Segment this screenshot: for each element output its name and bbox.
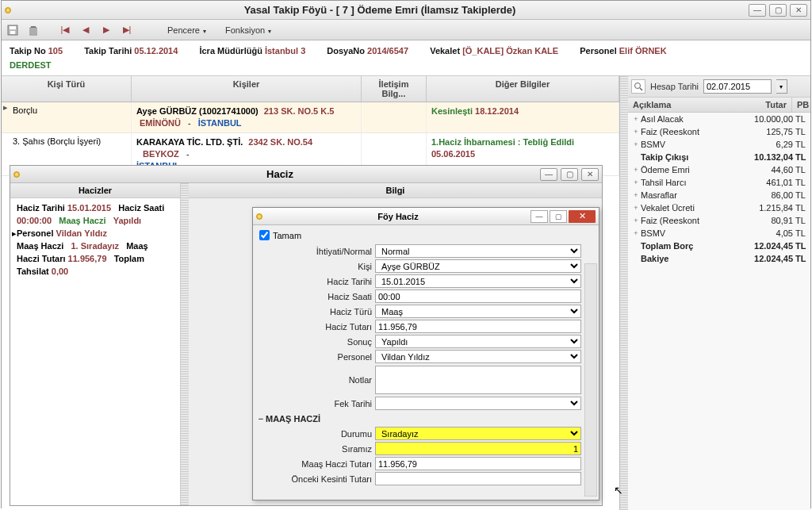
main-window: Yasal Takip Föyü - [ 7 ] Ödeme Emri (İla…: [1, 0, 811, 508]
summary-row[interactable]: +BSMV6,29TL: [628, 138, 810, 151]
expand-icon[interactable]: +: [631, 178, 641, 186]
summary-amount: 80,91: [736, 216, 793, 225]
last-icon[interactable]: ▶|: [119, 22, 135, 38]
lbl-sonuc: Sonuç: [256, 337, 375, 347]
person-tur: Borçlu: [2, 102, 132, 132]
summary-name: BSMV: [641, 228, 736, 238]
menu-fonksiyon[interactable]: Fonksiyon▾: [218, 23, 278, 37]
field-okt[interactable]: [375, 472, 581, 485]
main-area: Kişi Türü Kişiler İletişim Bilg... Diğer…: [2, 76, 810, 510]
summary-row[interactable]: +Asıl Alacak10.000,00TL: [628, 113, 810, 125]
summary-amount: 86,00: [736, 190, 793, 200]
vekalet-value: [Ö_KALE] Özkan KALE: [462, 46, 558, 56]
section-maas-haczi[interactable]: −MAAŞ HACZİ: [256, 411, 581, 426]
summary-amount: 1.215,84: [736, 203, 793, 213]
summary-row[interactable]: Toplam Borç12.024,45TL: [628, 240, 810, 252]
expand-icon[interactable]: +: [631, 191, 641, 199]
right-panel: Hesap Tarihi ▾ Açıklama Tutar PB +Asıl A…: [628, 76, 810, 510]
bilgi-header[interactable]: Bilgi: [189, 183, 602, 198]
menu-fonksiyon-label: Fonksiyon: [225, 25, 265, 35]
durum-value: DERDEST: [10, 60, 52, 70]
field-ihtiyati[interactable]: Normal: [375, 244, 581, 258]
sum-col-aciklama[interactable]: Açıklama: [628, 98, 734, 112]
col-ile[interactable]: İletişim Bilg...: [362, 76, 427, 102]
dialog-close-button[interactable]: ✕: [569, 210, 596, 223]
haciz-title: Haciz: [23, 168, 537, 180]
field-sonuc[interactable]: Yapıldı: [375, 335, 581, 348]
person-row[interactable]: Borçlu Ayşe GÜRBÜZ (10021741000) 213 SK.…: [2, 102, 619, 133]
summary-row[interactable]: +Masraflar86,00TL: [628, 189, 810, 201]
haciz-close-button[interactable]: ✕: [581, 168, 599, 181]
main-splitter[interactable]: [620, 76, 628, 510]
field-fek[interactable]: [375, 397, 581, 410]
haciz-columns: Hacizler Haciz Tarihi 15.01.2015 Haciz S…: [10, 183, 602, 505]
expand-icon[interactable]: +: [631, 204, 641, 212]
person-kisi: Ayşe GÜRBÜZ (10021741000) 213 SK. NO.5 K…: [132, 102, 362, 132]
hesap-tarihi-input[interactable]: [703, 79, 772, 94]
field-turu[interactable]: Maaş: [375, 305, 581, 318]
summary-row[interactable]: +Faiz (Reeskont80,91TL: [628, 214, 810, 227]
haciz-max-button[interactable]: ▢: [561, 168, 578, 181]
field-personel[interactable]: Vildan Yıldız: [375, 350, 581, 363]
field-notlar[interactable]: [375, 366, 581, 394]
expand-icon[interactable]: +: [631, 115, 641, 123]
summary-amount: 10.000,00: [736, 114, 793, 124]
summary-unit: TL: [793, 228, 807, 238]
dialog-scrollbar[interactable]: [584, 263, 597, 497]
tamam-checkbox[interactable]: [259, 230, 270, 240]
svg-line-9: [640, 88, 642, 90]
summary-row[interactable]: +Faiz (Reeskont125,75TL: [628, 125, 810, 138]
summary-row[interactable]: +Tahsil Harcı461,01TL: [628, 176, 810, 189]
titlebar: Yasal Takip Föyü - [ 7 ] Ödeme Emri (İla…: [2, 1, 810, 20]
summary-row[interactable]: +Vekalet Ücreti1.215,84TL: [628, 201, 810, 214]
hacizler-body[interactable]: Haciz Tarihi 15.01.2015 Haciz Saati 00:0…: [10, 198, 180, 505]
minimize-button[interactable]: —: [749, 4, 766, 17]
col-diger[interactable]: Diğer Bilgiler: [427, 76, 619, 102]
field-tutar[interactable]: [375, 320, 581, 333]
expand-icon[interactable]: +: [631, 140, 641, 148]
expand-icon[interactable]: +: [631, 166, 641, 174]
haciz-min-button[interactable]: —: [540, 168, 557, 181]
prev-icon[interactable]: ◀: [78, 22, 94, 38]
lbl-okt: Önceki Kesinti Tutarı: [256, 474, 375, 484]
summary-row[interactable]: +BSMV4,05TL: [628, 227, 810, 240]
col-tur[interactable]: Kişi Türü: [2, 76, 132, 102]
first-icon[interactable]: |◀: [57, 22, 73, 38]
field-mht[interactable]: [375, 457, 581, 470]
summary-name: Asıl Alacak: [641, 114, 736, 124]
col-kisi[interactable]: Kişiler: [132, 76, 362, 102]
close-button[interactable]: ✕: [790, 4, 807, 17]
field-saat[interactable]: [375, 290, 581, 303]
dialog-min-button[interactable]: —: [530, 210, 548, 223]
next-icon[interactable]: ▶: [98, 22, 114, 38]
expand-icon[interactable]: +: [631, 217, 641, 224]
summary-row[interactable]: Takip Çıkışı10.132,04TL: [628, 151, 810, 163]
save-icon[interactable]: [5, 22, 21, 38]
summary-row[interactable]: Bakiye12.024,45TL: [628, 252, 810, 265]
delete-icon[interactable]: [25, 22, 41, 38]
field-siramiz[interactable]: [375, 442, 581, 455]
field-durumu[interactable]: Sıradayız: [375, 427, 581, 440]
maximize-button[interactable]: ▢: [769, 4, 787, 17]
field-tarih[interactable]: 15.01.2015: [375, 274, 581, 288]
window-title: Yasal Takip Föyü - [ 7 ] Ödeme Emri (İla…: [14, 4, 745, 16]
field-kisi[interactable]: Ayşe GÜRBÜZ: [375, 259, 581, 273]
takip-tarihi-label: Takip Tarihi: [84, 46, 132, 56]
expand-icon[interactable]: +: [631, 128, 641, 136]
haciz-splitter[interactable]: [181, 183, 189, 505]
search-icon[interactable]: [631, 79, 645, 94]
lbl-turu: Haciz Türü: [256, 307, 375, 316]
sum-col-pb[interactable]: PB: [791, 98, 810, 112]
dialog-max-button[interactable]: ▢: [550, 210, 567, 223]
menu-pencere[interactable]: Pencere▾: [160, 23, 213, 37]
icra-label: İcra Müdürlüğü: [199, 46, 262, 56]
sum-col-tutar[interactable]: Tutar: [734, 98, 791, 112]
summary-name: Takip Çıkışı: [641, 152, 736, 162]
hesap-tarihi-drop-icon[interactable]: ▾: [776, 79, 787, 94]
summary-header: Açıklama Tutar PB: [628, 98, 810, 113]
hacizler-header[interactable]: Hacizler: [10, 183, 180, 198]
hesap-tarihi-row: Hesap Tarihi ▾: [628, 76, 810, 98]
summary-row[interactable]: +Ödeme Emri44,60TL: [628, 163, 810, 176]
expand-icon[interactable]: +: [631, 229, 641, 237]
lbl-mht: Maaş Haczi Tutarı: [256, 459, 375, 469]
